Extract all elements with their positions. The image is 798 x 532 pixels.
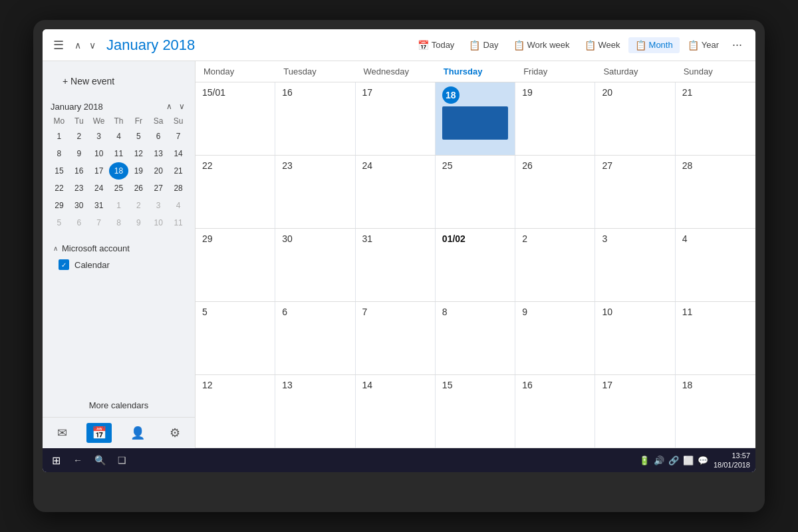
- view-day-button[interactable]: 📋 Day: [462, 37, 505, 53]
- cal-cell[interactable]: 15/01: [196, 82, 275, 155]
- cal-cell[interactable]: 18: [676, 375, 755, 448]
- mini-cal-day[interactable]: 7: [89, 214, 109, 231]
- view-year-button[interactable]: 📋 Year: [681, 37, 726, 53]
- cal-cell[interactable]: 14: [356, 375, 436, 448]
- cal-cell[interactable]: 16: [275, 82, 355, 155]
- mini-cal-day[interactable]: 18: [109, 162, 129, 180]
- account-header[interactable]: ∧ Microsoft account: [53, 243, 184, 253]
- back-icon[interactable]: ←: [70, 454, 86, 467]
- view-today-button[interactable]: 📅 Today: [411, 37, 462, 53]
- mail-icon[interactable]: ✉: [52, 423, 72, 443]
- mini-cal-day[interactable]: 8: [49, 145, 69, 162]
- cal-cell[interactable]: 4: [676, 229, 755, 301]
- mini-cal-day[interactable]: 5: [128, 128, 148, 145]
- task-view-icon[interactable]: ❑: [114, 454, 130, 467]
- mini-cal-day[interactable]: 1: [49, 128, 69, 145]
- mini-cal-day[interactable]: 10: [89, 145, 109, 162]
- mini-cal-day[interactable]: 20: [148, 162, 168, 180]
- cal-cell[interactable]: 2: [515, 229, 595, 301]
- mini-cal-day[interactable]: 22: [49, 180, 69, 197]
- cal-cell[interactable]: 01/02: [436, 229, 515, 301]
- settings-icon[interactable]: ⚙: [164, 423, 186, 443]
- hamburger-icon[interactable]: ☰: [51, 35, 66, 55]
- cal-cell[interactable]: 23: [275, 156, 355, 228]
- cal-cell[interactable]: 7: [356, 302, 436, 374]
- cal-cell[interactable]: 22: [196, 156, 275, 228]
- search-icon[interactable]: 🔍: [91, 454, 109, 467]
- people-icon[interactable]: 👤: [125, 423, 150, 443]
- cal-cell[interactable]: 27: [595, 156, 675, 228]
- mini-cal-day[interactable]: 12: [128, 145, 148, 162]
- cal-cell[interactable]: 5: [196, 302, 275, 374]
- mini-cal-day[interactable]: 28: [168, 180, 188, 197]
- mini-cal-day[interactable]: 7: [168, 128, 188, 145]
- mini-cal-day[interactable]: 3: [89, 128, 109, 145]
- mini-cal-day[interactable]: 1: [109, 197, 129, 214]
- mini-cal-day[interactable]: 9: [69, 145, 89, 162]
- new-event-button[interactable]: + New event: [53, 70, 184, 92]
- view-month-button[interactable]: 📋 Month: [628, 37, 680, 53]
- cal-cell[interactable]: 3: [595, 229, 675, 301]
- mini-cal-day[interactable]: 27: [148, 180, 168, 197]
- cal-cell[interactable]: 11: [676, 302, 755, 374]
- cal-cell[interactable]: 18: [436, 82, 515, 155]
- mini-cal-day[interactable]: 23: [69, 180, 89, 197]
- mini-cal-day[interactable]: 8: [109, 214, 129, 231]
- mini-cal-day[interactable]: 19: [128, 162, 148, 180]
- mini-cal-day[interactable]: 29: [49, 197, 69, 214]
- cal-cell[interactable]: 9: [515, 302, 595, 374]
- cal-cell[interactable]: 13: [275, 375, 355, 448]
- cal-cell[interactable]: 15: [436, 375, 515, 448]
- cal-cell[interactable]: 8: [436, 302, 515, 374]
- cal-cell[interactable]: 25: [436, 156, 515, 228]
- mini-cal-day[interactable]: 11: [109, 145, 129, 162]
- cal-cell[interactable]: 19: [515, 82, 595, 155]
- mini-prev-button[interactable]: ∧: [164, 101, 174, 112]
- cal-cell[interactable]: 20: [595, 82, 675, 155]
- mini-cal-day[interactable]: 4: [168, 197, 188, 214]
- cal-cell[interactable]: 16: [515, 375, 595, 448]
- calendar-item[interactable]: ✓ Calendar: [53, 257, 184, 272]
- prev-month-button[interactable]: ∧: [72, 39, 84, 52]
- mini-cal-day[interactable]: 25: [109, 180, 129, 197]
- cal-cell[interactable]: 24: [356, 156, 436, 228]
- cal-cell[interactable]: 17: [595, 375, 675, 448]
- mini-cal-day[interactable]: 10: [148, 214, 168, 231]
- calendar-icon[interactable]: 📅: [86, 423, 112, 443]
- cal-cell[interactable]: 17: [356, 82, 436, 155]
- cal-cell[interactable]: 10: [595, 302, 675, 374]
- cal-cell[interactable]: 30: [275, 229, 355, 301]
- start-button[interactable]: ⊞: [48, 453, 65, 468]
- mini-cal-day[interactable]: 9: [128, 214, 148, 231]
- view-workweek-button[interactable]: 📋 Work week: [507, 37, 577, 53]
- mini-cal-day[interactable]: 11: [168, 214, 188, 231]
- cal-cell[interactable]: 29: [196, 229, 275, 301]
- mini-cal-day[interactable]: 24: [89, 180, 109, 197]
- cal-cell[interactable]: 21: [676, 82, 755, 155]
- mini-cal-day[interactable]: 15: [49, 162, 69, 180]
- mini-cal-day[interactable]: 13: [148, 145, 168, 162]
- mini-cal-day[interactable]: 2: [69, 128, 89, 145]
- mini-cal-day[interactable]: 3: [148, 197, 168, 214]
- more-options-button[interactable]: ···: [727, 35, 747, 55]
- mini-cal-day[interactable]: 6: [148, 128, 168, 145]
- next-month-button[interactable]: ∨: [86, 39, 98, 52]
- cal-cell[interactable]: 31: [356, 229, 436, 301]
- notification-icon[interactable]: 💬: [698, 456, 708, 466]
- mini-next-button[interactable]: ∨: [177, 101, 187, 112]
- more-calendars-button[interactable]: More calendars: [43, 394, 195, 417]
- calendar-checkbox[interactable]: ✓: [59, 259, 69, 270]
- cal-cell[interactable]: 6: [275, 302, 355, 374]
- cal-cell[interactable]: 12: [196, 375, 275, 448]
- mini-cal-day[interactable]: 17: [89, 162, 109, 180]
- mini-cal-day[interactable]: 14: [168, 145, 188, 162]
- mini-cal-day[interactable]: 6: [69, 214, 89, 231]
- mini-cal-day[interactable]: 2: [128, 197, 148, 214]
- mini-cal-day[interactable]: 16: [69, 162, 89, 180]
- mini-cal-day[interactable]: 31: [89, 197, 109, 214]
- mini-cal-day[interactable]: 5: [49, 214, 69, 231]
- mini-cal-day[interactable]: 26: [128, 180, 148, 197]
- cal-cell[interactable]: 26: [515, 156, 595, 228]
- view-week-button[interactable]: 📋 Week: [578, 37, 627, 53]
- mini-cal-day[interactable]: 30: [69, 197, 89, 214]
